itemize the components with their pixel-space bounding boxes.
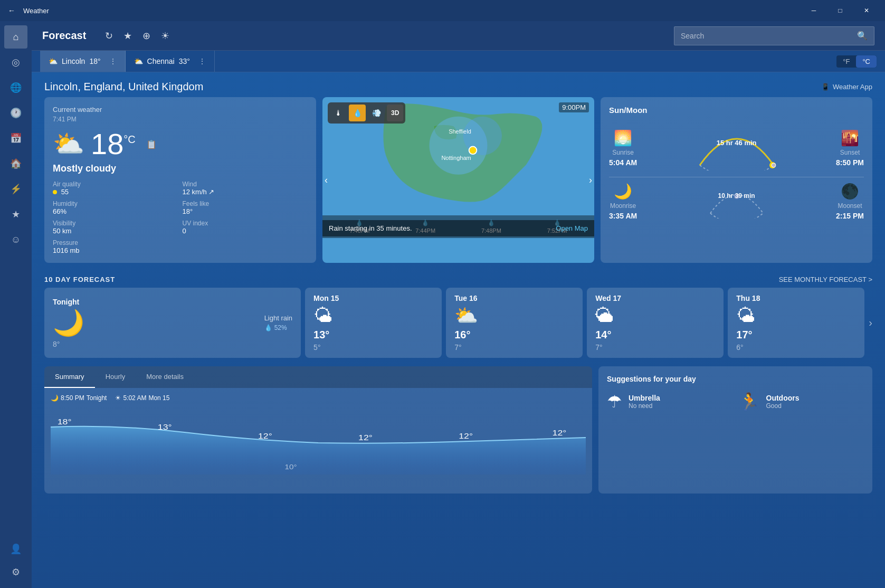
map-3d-button[interactable]: 3D xyxy=(387,105,403,121)
map-rain-notice: Rain starting in 35 minutes. Open Map xyxy=(322,220,594,236)
summary-tabs: Summary Hourly More details xyxy=(44,366,592,388)
suggestion-outdoors: 🏃 Outdoors Good xyxy=(739,392,864,412)
air-quality-label: Air quality xyxy=(53,181,178,188)
sidebar-bottom: 👤 ⚙ xyxy=(4,537,27,584)
tonight-time: 8:50 PM xyxy=(61,394,84,402)
forecast-card-thu18: Thu 18 🌤 17° 6° xyxy=(728,288,864,358)
tonight-left: Tonight 🌙 8° xyxy=(53,298,106,348)
sidebar-item-settings[interactable]: ⚙ xyxy=(4,561,27,584)
precipitation-tool-button[interactable]: 💧 xyxy=(349,105,366,121)
outdoors-label: Outdoors xyxy=(766,394,800,402)
svg-text:13°: 13° xyxy=(158,423,172,431)
temperature-tool-button[interactable]: 🌡 xyxy=(330,105,347,121)
current-temp-row: ⛅ 18 °C 📋 xyxy=(53,129,308,159)
location-tab-lincoln[interactable]: ⛅ Lincoln 18° ⋮ xyxy=(40,51,126,72)
moonset-label: Moonset xyxy=(838,202,862,210)
forecast-card-wed17: Wed 17 🌥 14° 7° xyxy=(587,288,724,358)
weather-app-button[interactable]: 📱 Weather App xyxy=(821,83,872,91)
wed17-day: Wed 17 xyxy=(595,294,715,302)
pin-icon[interactable]: ⊕ xyxy=(142,30,150,42)
lincoln-more-icon[interactable]: ⋮ xyxy=(109,57,117,65)
mon15-high: 13° xyxy=(313,329,433,341)
app-title: Weather xyxy=(23,7,49,15)
tue16-icon: ⛅ xyxy=(454,305,574,327)
svg-text:Sheffield: Sheffield xyxy=(449,128,471,135)
sidebar-item-calendar[interactable]: 📅 xyxy=(4,127,27,150)
maximize-button[interactable]: □ xyxy=(828,0,852,21)
search-box[interactable]: 🔍 xyxy=(674,26,874,45)
lincoln-temp: 18° xyxy=(89,57,100,65)
share-icon[interactable]: 📋 xyxy=(146,139,157,149)
rain-notice-text: Rain starting in 35 minutes. xyxy=(329,224,412,232)
forecast-row: Tonight 🌙 8° Light rain 💧 52% Mon 15 xyxy=(32,288,885,358)
sidebar-item-home[interactable]: ⌂ xyxy=(4,25,27,49)
forecast-next-button[interactable]: › xyxy=(869,288,872,358)
location-tab-chennai[interactable]: ⛅ Chennai 33° ⋮ xyxy=(126,51,215,72)
uv-label: UV index xyxy=(183,220,308,227)
mon15-icon: 🌤 xyxy=(313,305,433,327)
forecast-title: 10 DAY FORECAST xyxy=(44,276,115,283)
feels-like-item: Feels like 18° xyxy=(183,200,308,215)
tab-hourly[interactable]: Hourly xyxy=(95,366,136,388)
sidebar-item-profile[interactable]: 👤 xyxy=(4,537,27,561)
chennai-more-icon[interactable]: ⋮ xyxy=(198,57,206,65)
sidebar-item-alerts[interactable]: ⚡ xyxy=(4,177,27,201)
temp-unit-toggle: °F °C xyxy=(836,55,877,68)
sunrise-item: 🌅 Sunrise 5:04 AM xyxy=(609,129,637,167)
fahrenheit-button[interactable]: °F xyxy=(836,55,856,68)
svg-point-5 xyxy=(469,147,477,155)
moonset-item: 🌑 Moonset 2:15 PM xyxy=(836,183,864,220)
current-weather-time: 7:41 PM xyxy=(53,116,308,123)
summary-timeline: 🌙 8:50 PM Tonight ☀ 5:02 AM Mon 15 xyxy=(51,394,586,402)
tue16-low: 7° xyxy=(454,343,574,352)
phone-icon: 📱 xyxy=(821,83,830,91)
sun-icon-timeline: ☀ xyxy=(115,394,121,402)
favorite-icon[interactable]: ★ xyxy=(123,30,132,42)
tonight-low: 8° xyxy=(53,340,106,348)
minimize-button[interactable]: ─ xyxy=(802,0,826,21)
sidebar-item-location[interactable]: ◎ xyxy=(4,51,27,74)
humidity-value: 66% xyxy=(53,207,178,215)
tonight-label: Tonight xyxy=(87,394,107,402)
map-prev-button[interactable]: ‹ xyxy=(325,175,328,186)
sidebar-item-favorites[interactable]: ★ xyxy=(4,203,27,226)
thu18-day: Thu 18 xyxy=(736,294,856,302)
mon15-low: 5° xyxy=(313,343,433,352)
wind-tool-button[interactable]: 💨 xyxy=(368,105,385,121)
open-map-link[interactable]: Open Map xyxy=(556,224,588,232)
sidebar: ⌂ ◎ 🌐 🕐 📅 🏠 ⚡ ★ ☺ 👤 ⚙ xyxy=(0,21,32,588)
see-monthly-button[interactable]: SEE MONTHLY FORECAST > xyxy=(779,276,872,283)
tonight-desc: Light rain xyxy=(264,314,292,322)
location-tabs: ⛅ Lincoln 18° ⋮ ⛅ Chennai 33° ⋮ °F °C xyxy=(32,51,885,72)
map-next-button[interactable]: › xyxy=(589,175,592,186)
humidity-item: Humidity 66% xyxy=(53,200,178,215)
moonrise-icon: 🌙 xyxy=(614,183,632,200)
sidebar-item-history[interactable]: 🕐 xyxy=(4,101,27,125)
temperature-chart: 18° 13° 12° 12° 12° 12° 10° xyxy=(51,406,586,475)
tonight-precip: 💧 52% xyxy=(264,324,292,331)
tab-summary[interactable]: Summary xyxy=(44,366,95,388)
sidebar-item-maps[interactable]: 🌐 xyxy=(4,76,27,99)
outdoors-icon: 🏃 xyxy=(739,392,760,412)
back-button[interactable]: ← xyxy=(6,5,17,16)
tonight-icon: 🌙 xyxy=(53,308,106,338)
close-button[interactable]: ✕ xyxy=(854,0,879,21)
sunrise-icon: 🌅 xyxy=(614,129,632,147)
chennai-temp: 33° xyxy=(179,57,190,65)
sidebar-item-feedback[interactable]: ☺ xyxy=(4,228,27,251)
chennai-name: Chennai xyxy=(147,57,175,65)
tonight-day: Tonight xyxy=(53,298,106,306)
wed17-low: 7° xyxy=(595,343,715,352)
refresh-icon[interactable]: ↻ xyxy=(105,30,113,42)
theme-icon[interactable]: ☀ xyxy=(161,30,169,42)
sidebar-item-nearby[interactable]: 🏠 xyxy=(4,152,27,175)
moon-arc-container: 10 hr 39 min xyxy=(705,182,768,221)
sunrise-label: Sunrise xyxy=(612,149,634,156)
main-content: Forecast ↻ ★ ⊕ ☀ 🔍 ⛅ Lincoln 18° ⋮ xyxy=(32,21,885,588)
timeline-tonight: 🌙 8:50 PM Tonight xyxy=(51,394,107,402)
celsius-button[interactable]: °C xyxy=(856,55,877,68)
umbrella-label: Umbrella xyxy=(629,394,660,402)
content-area: ⛅ Lincoln 18° ⋮ ⛅ Chennai 33° ⋮ °F °C xyxy=(32,51,885,588)
tab-more-details[interactable]: More details xyxy=(136,366,194,388)
search-input[interactable] xyxy=(681,32,853,40)
